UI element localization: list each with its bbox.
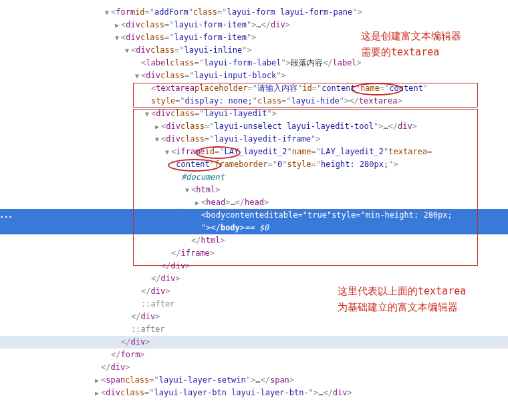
dom-node-span-setwin[interactable]: ▶ <span class="layui-layer-setwin">…</sp… <box>0 374 508 387</box>
dom-node-div-close1[interactable]: </div> <box>0 260 508 272</box>
dom-node-div-close5[interactable]: </div> <box>0 336 508 349</box>
expand-arrow-right[interactable]: ▶ <box>153 120 161 133</box>
dom-node-form-close[interactable]: </form> <box>0 349 508 361</box>
expand-arrow-down[interactable]: ▼ <box>153 133 161 146</box>
expand-arrow-down[interactable]: ▼ <box>163 146 171 158</box>
dom-node-after1[interactable]: ::after <box>0 298 508 310</box>
dom-node-head[interactable]: ▶ <head>…</head> <box>0 196 508 209</box>
dom-node-div-close4[interactable]: </div> <box>0 310 508 323</box>
expand-arrow-down[interactable]: ▼ <box>103 6 111 19</box>
dom-node-iframe[interactable]: ▼ <iframe id="LAY_layedit_2" name="LAY_l… <box>0 146 508 158</box>
expand-arrow-right[interactable]: ▶ <box>113 19 121 31</box>
expand-arrow-down[interactable]: ▼ <box>123 44 131 57</box>
dom-node-form[interactable]: ▼ <form id="addForm" class="layui-form l… <box>0 6 508 19</box>
dom-node-html[interactable]: ▼ <html> <box>0 184 508 196</box>
dom-node-div-btn[interactable]: ▶ <div class="layui-layer-btn layui-laye… <box>0 387 508 399</box>
dom-node-after2[interactable]: ::after <box>0 323 508 336</box>
dom-node-div-layedit[interactable]: ▼ <div class="layui-layedit"> <box>0 108 508 120</box>
expand-arrow-down[interactable]: ▼ <box>133 69 141 82</box>
expand-arrow-down[interactable]: ▼ <box>143 108 151 120</box>
expand-arrow-down[interactable]: ▼ <box>183 184 191 196</box>
dom-node-textarea[interactable]: <textarea placeholder="请输入内容" id="conten… <box>0 82 508 95</box>
dom-node-document[interactable]: #document <box>0 171 508 184</box>
expand-arrow-right[interactable]: ▶ <box>93 374 101 387</box>
dom-node-div-close6[interactable]: </div> <box>0 361 508 374</box>
dom-node-div-inputblock[interactable]: ▼ <div class="layui-input-block"> <box>0 69 508 82</box>
dom-node-label[interactable]: <label class="layui-form-label">段落内容</la… <box>0 57 508 69</box>
dom-node-div-inline[interactable]: ▼ <div class="layui-inline"> <box>0 44 508 57</box>
gutter-marker: ••• <box>0 211 9 224</box>
dom-node-iframe-close[interactable]: </iframe> <box>0 247 508 260</box>
dom-node-div-formitem1[interactable]: ▶ <div class="layui-form-item">…</div> <box>0 19 508 31</box>
expand-arrow-down[interactable]: ▼ <box>113 31 121 44</box>
dom-node-div-close3[interactable]: </div> <box>0 285 508 298</box>
dom-node-iframe-cont[interactable]: "content" frameborder="0" style="height:… <box>0 158 508 171</box>
dom-node-body-selected[interactable]: <body contenteditable="true" style="min-… <box>0 209 508 234</box>
dom-tree[interactable]: ▼ <form id="addForm" class="layui-form l… <box>0 0 508 399</box>
dom-node-div-tool[interactable]: ▶ <div class="layui-unselect layui-layed… <box>0 120 508 133</box>
expand-arrow-right[interactable]: ▶ <box>193 196 201 209</box>
dom-node-html-close[interactable]: </html> <box>0 234 508 247</box>
dom-node-div-iframe[interactable]: ▼ <div class="layui-layedit-iframe"> <box>0 133 508 146</box>
dom-node-div-close2[interactable]: </div> <box>0 272 508 285</box>
dom-node-div-formitem2[interactable]: ▼ <div class="layui-form-item"> <box>0 31 508 44</box>
expand-arrow-right[interactable]: ▶ <box>93 387 101 399</box>
dom-node-textarea-cont[interactable]: style="display: none;" class="layui-hide… <box>0 95 508 108</box>
